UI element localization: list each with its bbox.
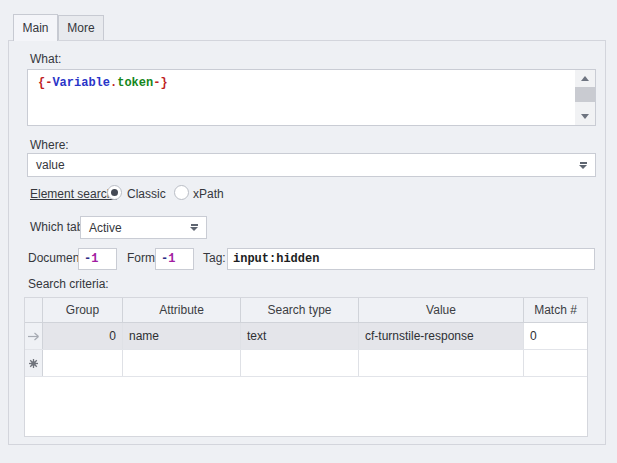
cell-search-type[interactable]: text bbox=[241, 323, 359, 349]
column-header-value[interactable]: Value bbox=[359, 298, 524, 322]
new-row[interactable] bbox=[25, 350, 587, 377]
element-search-link[interactable]: Element search: bbox=[30, 187, 117, 201]
scroll-down-button[interactable] bbox=[575, 108, 595, 125]
new-row-asterisk-icon bbox=[28, 358, 39, 369]
document-input[interactable]: -1 bbox=[78, 248, 117, 270]
where-combobox[interactable]: value bbox=[27, 153, 596, 177]
cell-value[interactable]: cf-turnstile-response bbox=[359, 323, 524, 349]
cell-group[interactable]: 0 bbox=[43, 323, 123, 349]
current-row-indicator[interactable] bbox=[25, 323, 43, 349]
column-header-attribute[interactable]: Attribute bbox=[123, 298, 241, 322]
search-criteria-grid: Group Attribute Search type Value Match … bbox=[24, 297, 588, 437]
cell-group-empty[interactable] bbox=[43, 350, 123, 376]
scroll-up-icon bbox=[581, 76, 589, 81]
cell-match-empty[interactable] bbox=[524, 350, 587, 376]
table-row[interactable]: 0 name text cf-turnstile-response 0 bbox=[25, 323, 587, 350]
cell-match[interactable]: 0 bbox=[524, 323, 587, 349]
cell-search-type-empty[interactable] bbox=[241, 350, 359, 376]
form-input-value: -1 bbox=[161, 252, 175, 266]
scroll-down-icon bbox=[581, 114, 589, 119]
where-combobox-value: value bbox=[36, 158, 65, 172]
new-row-indicator[interactable] bbox=[25, 350, 43, 376]
what-editor-value: {-Variable.token-} bbox=[38, 76, 168, 90]
scroll-thumb[interactable] bbox=[575, 87, 595, 102]
column-header-group[interactable]: Group bbox=[43, 298, 123, 322]
grid-header-row: Group Attribute Search type Value Match … bbox=[25, 298, 587, 323]
radio-classic-label[interactable]: Classic bbox=[127, 187, 166, 201]
column-header-match[interactable]: Match # bbox=[524, 298, 587, 322]
which-tab-combobox-value: Active bbox=[89, 221, 122, 235]
cell-attribute[interactable]: name bbox=[123, 323, 241, 349]
cell-attribute-empty[interactable] bbox=[123, 350, 241, 376]
action-properties-dialog: Main More What: {-Variable.token-} Where… bbox=[0, 0, 617, 463]
which-tab-combobox[interactable]: Active bbox=[80, 216, 207, 239]
chevron-down-icon bbox=[190, 224, 198, 231]
radio-classic[interactable] bbox=[107, 185, 122, 200]
where-label: Where: bbox=[30, 138, 69, 152]
scroll-up-button[interactable] bbox=[575, 70, 595, 87]
chevron-down-icon bbox=[579, 162, 587, 169]
column-header-search-type[interactable]: Search type bbox=[241, 298, 359, 322]
cell-value-empty[interactable] bbox=[359, 350, 524, 376]
tab-more[interactable]: More bbox=[58, 15, 104, 40]
tag-input[interactable]: input:hidden bbox=[227, 248, 595, 270]
row-indicator-header bbox=[25, 298, 43, 322]
form-label: Form: bbox=[127, 251, 158, 265]
document-input-value: -1 bbox=[84, 252, 98, 266]
which-tab-label: Which tab: bbox=[30, 220, 87, 234]
tag-input-value: input:hidden bbox=[233, 252, 319, 266]
radio-xpath[interactable] bbox=[174, 185, 189, 200]
search-criteria-label: Search criteria: bbox=[28, 277, 109, 291]
what-editor-scrollbar[interactable] bbox=[575, 70, 595, 125]
arrow-right-icon bbox=[27, 332, 40, 341]
radio-xpath-label[interactable]: xPath bbox=[193, 187, 224, 201]
form-input[interactable]: -1 bbox=[155, 248, 194, 270]
tag-label: Tag: bbox=[203, 251, 226, 265]
what-label: What: bbox=[30, 52, 61, 66]
what-editor[interactable]: {-Variable.token-} bbox=[27, 69, 596, 126]
tab-main[interactable]: Main bbox=[13, 14, 58, 41]
